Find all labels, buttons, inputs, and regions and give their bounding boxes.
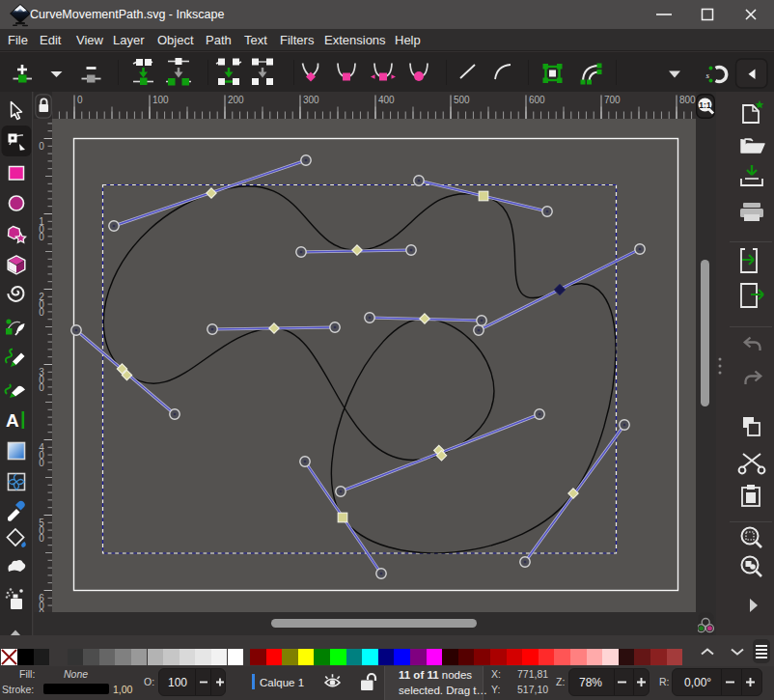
- svg-text:600: 600: [529, 95, 545, 105]
- svg-text:0: 0: [39, 533, 44, 544]
- svg-text:0: 0: [39, 382, 44, 393]
- svg-text:300: 300: [303, 95, 319, 105]
- svg-text:800: 800: [679, 95, 696, 105]
- svg-text:100: 100: [152, 95, 169, 105]
- svg-text:200: 200: [228, 95, 244, 105]
- svg-text:0: 0: [39, 141, 44, 152]
- svg-text:500: 500: [454, 95, 470, 105]
- svg-text:0: 0: [77, 95, 83, 105]
- svg-text:1:1: 1:1: [699, 100, 711, 110]
- svg-text:s: s: [706, 70, 710, 80]
- svg-text:0: 0: [39, 307, 44, 318]
- svg-text:0: 0: [39, 232, 44, 242]
- svg-text:700: 700: [604, 95, 621, 105]
- svg-text:400: 400: [378, 95, 395, 105]
- svg-text:0: 0: [39, 458, 44, 468]
- svg-text:A: A: [6, 410, 19, 431]
